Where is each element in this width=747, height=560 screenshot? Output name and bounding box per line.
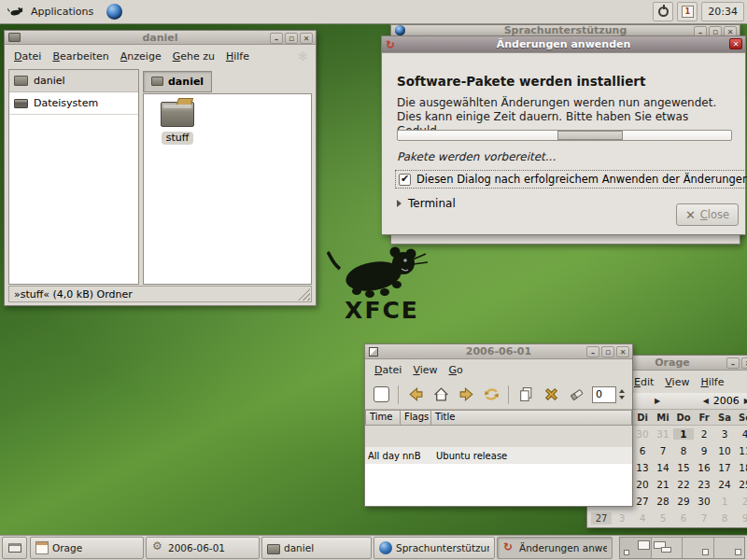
home-button[interactable] — [430, 384, 452, 406]
calendar-day[interactable]: 29 — [673, 496, 694, 507]
browser-launcher-globe-icon[interactable] — [106, 4, 122, 20]
workspace-1[interactable] — [620, 538, 652, 558]
calendar-day[interactable]: 9 — [694, 445, 714, 456]
calendar-day[interactable]: 7 — [694, 512, 714, 524]
show-desktop-button[interactable] — [2, 537, 27, 559]
calendar-day[interactable]: 1 — [673, 428, 694, 440]
applications-menu-button[interactable]: Applications — [0, 0, 101, 23]
spin-down-icon[interactable] — [619, 396, 625, 399]
menu-item-hilfe[interactable]: Hilfe — [220, 48, 255, 65]
orage-tray-button[interactable] — [677, 2, 698, 21]
calendar-day[interactable]: 6 — [632, 445, 653, 456]
workspace-pager[interactable] — [619, 537, 745, 559]
terminal-expander[interactable]: Terminal — [397, 197, 456, 210]
clock[interactable]: 20:34 — [701, 2, 744, 21]
menu-item-datei[interactable]: Datei — [8, 48, 47, 65]
close-button[interactable] — [616, 346, 629, 357]
calendar-day[interactable]: 2 — [694, 428, 714, 440]
calendar-day[interactable]: 6 — [673, 512, 694, 524]
spin-up-icon[interactable] — [619, 389, 625, 393]
day-spinner[interactable]: 0 — [592, 386, 625, 403]
maximize-button[interactable] — [285, 33, 298, 44]
calendar-day[interactable]: 7 — [653, 445, 673, 456]
minimize-button[interactable] — [726, 357, 740, 369]
close-button[interactable] — [741, 357, 747, 369]
erase-button[interactable] — [565, 384, 587, 406]
menu-item-hilfe[interactable]: Hilfe — [695, 373, 729, 391]
column-header-title[interactable]: Title — [431, 410, 632, 426]
file-icon-view[interactable]: stuff — [143, 93, 312, 285]
calendar-day[interactable]: 22 — [673, 479, 694, 490]
forward-button[interactable] — [455, 384, 477, 406]
calendar-day[interactable]: 20 — [632, 479, 653, 490]
calendar-day[interactable]: 17 — [714, 462, 735, 473]
delete-button[interactable] — [540, 384, 562, 406]
event-titlebar[interactable]: 2006-06-01 — [365, 344, 632, 359]
taskbar-item-daniel[interactable]: daniel — [261, 537, 372, 559]
calendar-day[interactable]: 25 — [735, 479, 747, 490]
session-button[interactable] — [653, 2, 673, 21]
calendar-day[interactable]: 13 — [632, 462, 653, 473]
calendar-day[interactable]: 16 — [694, 462, 714, 473]
new-button[interactable] — [370, 384, 392, 406]
sidebar-item-daniel[interactable]: daniel — [9, 70, 138, 92]
menu-item-view[interactable]: View — [407, 361, 443, 379]
menu-item-gehe-zu[interactable]: Gehe zu — [167, 48, 220, 65]
maximize-button[interactable] — [601, 346, 614, 357]
calendar-day[interactable]: 14 — [653, 462, 673, 473]
calendar-day[interactable]: 21 — [653, 479, 673, 490]
calendar-day[interactable]: 8 — [673, 445, 694, 456]
taskbar-item--nderungen-anwen-[interactable]: Änderungen anwen... — [497, 537, 613, 559]
file-item-stuff[interactable]: stuff — [151, 102, 204, 145]
calendar-day[interactable]: 18 — [735, 462, 747, 473]
calendar-day[interactable]: 28 — [653, 496, 673, 507]
calendar-day[interactable]: 1 — [714, 496, 735, 507]
column-header-flags[interactable]: Flags — [401, 410, 431, 426]
menu-item-view[interactable]: View — [659, 373, 695, 391]
menu-item-go[interactable]: Go — [444, 361, 469, 379]
calendar-day[interactable]: 23 — [694, 479, 714, 490]
path-button-daniel[interactable]: daniel — [143, 71, 212, 92]
calendar-day[interactable]: 30 — [632, 428, 653, 440]
calendar-day[interactable]: 27 — [632, 496, 653, 507]
calendar-day[interactable]: 8 — [714, 512, 735, 524]
menu-item-bearbeiten[interactable]: Bearbeiten — [47, 48, 114, 65]
menu-item-anzeige[interactable]: Anzeige — [115, 48, 167, 65]
checkbox-checked-icon[interactable] — [399, 174, 411, 186]
refresh-button[interactable] — [480, 384, 502, 406]
workspace-4[interactable] — [714, 538, 745, 558]
taskbar-item-orage[interactable]: Orage — [30, 537, 144, 559]
resize-grip[interactable] — [298, 288, 310, 301]
calendar-day[interactable]: 24 — [714, 479, 735, 490]
calendar-day[interactable]: 2 — [735, 496, 747, 507]
back-button[interactable] — [404, 384, 427, 406]
calendar-day[interactable]: 3 — [714, 428, 735, 440]
calendar-day[interactable]: 10 — [714, 445, 735, 456]
calendar-day[interactable]: 9 — [735, 512, 747, 524]
calendar-day[interactable]: 30 — [694, 496, 714, 507]
workspace-2[interactable] — [652, 538, 684, 558]
dialog-titlebar[interactable]: ↻ Änderungen anwenden — [382, 36, 745, 53]
next-month-arrow-icon[interactable]: ▶ — [655, 397, 660, 405]
close-dialog-checkbox-row[interactable]: Diesen Dialog nach erfolgreichem Anwende… — [395, 170, 747, 189]
sidebar-item-dateisystem[interactable]: Dateisystem — [9, 92, 138, 115]
spinner-value[interactable]: 0 — [592, 386, 616, 403]
copy-button[interactable] — [514, 384, 537, 406]
close-button[interactable] — [300, 33, 313, 44]
file-manager-titlebar[interactable]: daniel — [5, 31, 316, 45]
calendar-day[interactable]: 4 — [735, 428, 747, 440]
calendar-day[interactable]: 5 — [653, 512, 673, 524]
minimize-button[interactable] — [270, 33, 283, 44]
calendar-day[interactable]: 4 — [632, 512, 653, 524]
minimize-button[interactable] — [586, 346, 599, 357]
calendar-day[interactable]: 3 — [612, 512, 632, 524]
close-button[interactable] — [729, 38, 742, 49]
taskbar-item-2006-06-01[interactable]: 2006-06-01 — [146, 537, 260, 559]
calendar-day[interactable]: 11 — [735, 445, 747, 456]
close-dialog-button[interactable]: ✕ Close — [676, 203, 739, 226]
event-row[interactable]: All daynnBUbuntu release — [365, 447, 632, 464]
calendar-day[interactable]: 15 — [673, 462, 694, 473]
calendar-day[interactable]: 31 — [653, 428, 673, 440]
prev-year-arrow-icon[interactable]: ◀ — [703, 397, 709, 405]
taskbar-item-sprachunterst-tzung[interactable]: Sprachunterstützung — [374, 537, 495, 559]
